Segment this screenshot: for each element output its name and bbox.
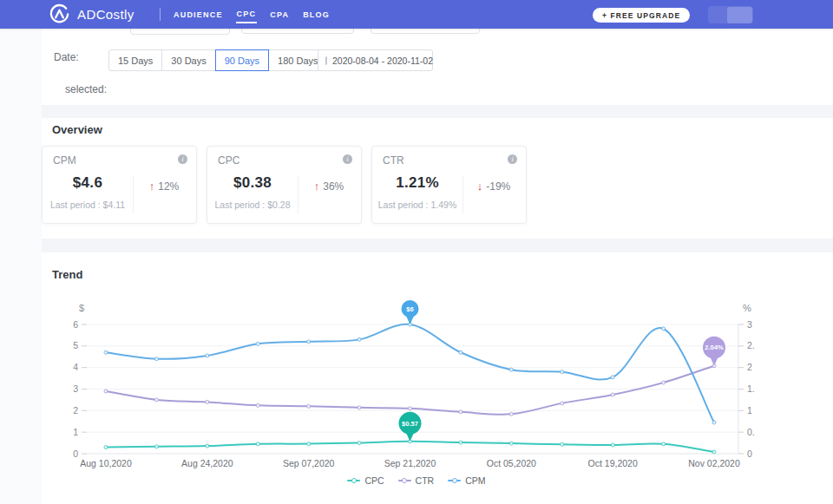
date-range-button-group: 15 Days 30 Days 90 Days 180 Days: [108, 49, 328, 71]
cpm-last-period: Last period : $4.11: [43, 200, 133, 210]
svg-text:$6: $6: [406, 305, 413, 313]
legend-label: CPM: [465, 475, 485, 486]
nav-item-audience[interactable]: AUDIENCE: [173, 6, 224, 23]
overview-cards: CPM i $4.6 Last period : $4.11 ↑12% CPC …: [42, 146, 833, 224]
svg-text:1: 1: [73, 427, 78, 437]
legend-label: CPC: [364, 475, 384, 486]
cpc-change: 36%: [323, 180, 344, 193]
adcostly-logo-icon: [49, 3, 70, 25]
legend-marker-icon: [347, 480, 360, 481]
cpm-value: $4.6: [43, 174, 133, 192]
cpc-last-period: Last period : $0.28: [207, 200, 298, 210]
ctr-value: 1.21%: [372, 174, 462, 192]
up-arrow-icon: ↑: [314, 180, 320, 193]
svg-text:2.50: 2.50: [747, 340, 755, 350]
date-start: 2020-08-04: [332, 56, 379, 66]
svg-text:Oct 19,2020: Oct 19,2020: [588, 458, 638, 468]
free-upgrade-button[interactable]: + FREE UPGRADE: [593, 8, 690, 23]
svg-text:0: 0: [73, 448, 78, 459]
nav-item-blog[interactable]: BLOG: [302, 6, 331, 23]
cpc-card: CPC i $0.38 Last period : $0.28 ↑36%: [207, 146, 362, 224]
svg-text:Aug 24,2020: Aug 24,2020: [181, 458, 233, 468]
navbar: ADCostly AUDIENCE CPC CPA BLOG + FREE UP…: [0, 0, 833, 29]
trend-line-chart[interactable]: $%012345600.5011.5022.503Aug 10,2020Aug …: [69, 299, 755, 473]
legend-item-cpc[interactable]: CPC: [347, 475, 384, 486]
svg-text:0.50: 0.50: [747, 427, 755, 437]
nav-divider: [160, 8, 161, 21]
adcostly-logo[interactable]: ADCostly: [49, 3, 134, 25]
nav-menu: AUDIENCE CPC CPA BLOG: [173, 0, 331, 29]
date-end: 2020-11-02: [387, 56, 433, 66]
cpc-card-title: CPC: [218, 154, 239, 167]
ctr-last-period: Last period : 1.49%: [372, 200, 462, 210]
section-separator: [42, 239, 833, 252]
legend-marker-icon: [398, 480, 411, 481]
range-button-30-days[interactable]: 30 Days: [161, 49, 215, 71]
ctr-card-title: CTR: [383, 154, 404, 167]
date-range-picker[interactable]: 2020-08-04 - 2020-11-02: [318, 49, 433, 71]
down-arrow-icon: ↓: [477, 180, 483, 193]
calendar-icon: [325, 56, 327, 65]
svg-text:%: %: [743, 303, 751, 313]
chart-legend: CPCCTRCPM: [0, 475, 833, 486]
svg-text:5: 5: [73, 340, 78, 350]
svg-text:1: 1: [747, 405, 752, 416]
svg-text:0: 0: [747, 448, 752, 459]
svg-text:$0.57: $0.57: [402, 420, 418, 428]
nav-item-cpc[interactable]: CPC: [236, 5, 258, 23]
svg-text:Sep 21,2020: Sep 21,2020: [384, 458, 436, 468]
svg-text:$: $: [79, 303, 84, 313]
cpc-value: $0.38: [207, 174, 298, 192]
blurred-account-badge: [727, 7, 752, 23]
date-label: Date:: [54, 51, 79, 63]
filter-panel: Date: 15 Days 30 Days 90 Days 180 Days 2…: [42, 29, 833, 105]
svg-text:6: 6: [73, 319, 78, 330]
nav-item-cpa[interactable]: CPA: [269, 6, 290, 23]
svg-text:4: 4: [73, 362, 78, 372]
range-button-90-days[interactable]: 90 Days: [215, 49, 269, 71]
ctr-change: -19%: [486, 180, 510, 193]
info-icon[interactable]: i: [508, 154, 517, 164]
ctr-card: CTR i 1.21% Last period : 1.49% ↓-19%: [371, 146, 527, 224]
svg-text:3: 3: [73, 383, 78, 394]
cpm-change: 12%: [158, 180, 179, 193]
svg-text:2: 2: [747, 362, 752, 372]
legend-label: CTR: [416, 475, 435, 486]
trend-title: Trend: [52, 268, 82, 281]
svg-text:3: 3: [747, 319, 752, 330]
overview-title: Overview: [52, 123, 102, 136]
legend-item-ctr[interactable]: CTR: [398, 475, 435, 486]
svg-text:Sep 07,2020: Sep 07,2020: [283, 458, 335, 468]
section-separator: [42, 105, 833, 118]
legend-item-cpm[interactable]: CPM: [448, 475, 485, 486]
info-icon[interactable]: i: [178, 154, 187, 164]
svg-text:2: 2: [73, 405, 78, 416]
svg-text:2.04%: 2.04%: [705, 344, 724, 351]
brand-name: ADCostly: [77, 7, 134, 22]
svg-text:1.50: 1.50: [747, 383, 755, 394]
legend-marker-icon: [448, 480, 461, 481]
up-arrow-icon: ↑: [149, 180, 155, 193]
info-icon[interactable]: i: [343, 154, 352, 164]
cpm-card: CPM i $4.6 Last period : $4.11 ↑12%: [42, 146, 197, 224]
selected-label: selected:: [65, 83, 107, 95]
cpm-card-title: CPM: [53, 154, 76, 167]
svg-text:Oct 05,2020: Oct 05,2020: [487, 458, 536, 468]
overview-panel: Overview CPM i $4.6 Last period : $4.11 …: [42, 118, 833, 239]
range-button-15-days[interactable]: 15 Days: [108, 49, 162, 71]
svg-text:Nov 02,2020: Nov 02,2020: [688, 458, 740, 468]
date-separator: -: [382, 56, 385, 66]
svg-text:Aug 10,2020: Aug 10,2020: [80, 458, 132, 468]
